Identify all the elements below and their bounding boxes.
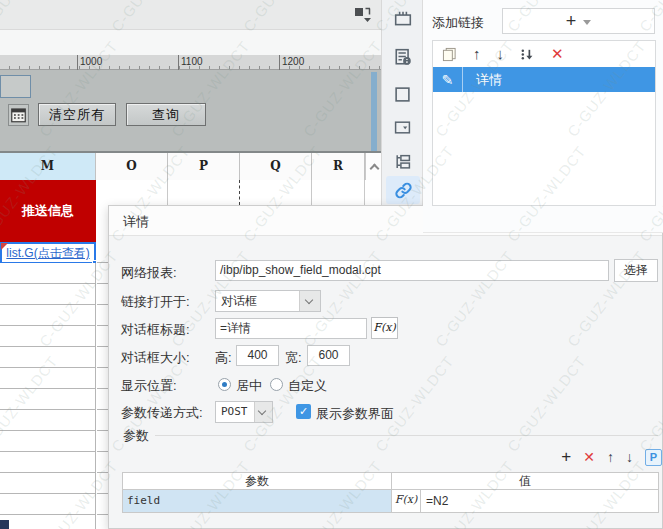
report-path-input[interactable]: /ibp/ibp_show_field_modal.cpt [215,260,609,281]
edit-pencil-icon[interactable]: ✎ [433,67,463,92]
column-header-p[interactable]: P [168,153,240,180]
add-link-button[interactable]: + [502,8,655,34]
canvas-scrollbar[interactable] [371,72,377,151]
toolbar-band-2 [0,30,381,55]
dialog-title-label: 对话框标题: [121,321,190,339]
combo-widget-icon[interactable] [394,119,412,137]
params-group-label: 参数 [123,427,149,445]
hierarchy-icon[interactable] [394,153,412,171]
form-design-area: 1000 1100 1200 清空所有 查询 [0,0,381,153]
dialog-title: 详情 [123,213,149,231]
delete-button[interactable]: ✕ [551,46,564,62]
report-designer-window: 1000 1100 1200 清空所有 查询 M O [0,0,663,529]
chevron-down-icon[interactable] [254,402,272,422]
group-divider [155,435,658,436]
param-name-cell[interactable]: field [123,490,392,512]
params-table-header: 参数 值 [123,473,658,490]
formula-button[interactable]: F(x) [371,317,398,339]
calendar-icon [11,107,26,123]
params-toolbar: + ✕ ↑ ↓ P [529,447,662,467]
caret-down-icon [583,20,591,25]
height-input[interactable]: 400 [236,345,279,366]
sheet-row[interactable] [96,180,382,205]
report-path-label: 网络报表: [121,264,177,282]
param-down-button[interactable]: ↓ [626,449,633,465]
width-label: 宽: [285,349,302,367]
form-text-widget[interactable] [0,75,31,98]
value-column-header: 值 [392,473,658,489]
radio-custom-label[interactable]: 自定义 [288,377,327,395]
hyperlink-pane-button[interactable] [386,176,420,204]
form-canvas: 清空所有 查询 [0,70,381,153]
column-header-q[interactable]: Q [240,153,312,180]
comment-marker-icon [1,243,8,250]
hyperlink-list: ↑ ↓ ✕ ✎ 详情 [432,40,656,206]
param-value-cell[interactable]: =N2 [421,490,658,512]
param-method-select[interactable]: POST [215,401,273,423]
float-element-icon[interactable] [354,7,372,23]
plus-icon: + [566,12,577,30]
dialog-title-input[interactable]: =详情 [215,318,367,339]
move-up-button[interactable]: ↑ [473,46,481,62]
param-up-button[interactable]: ↑ [607,449,614,465]
param-pane-button[interactable]: P [645,449,662,466]
sort-button[interactable] [520,47,535,62]
param-method-label: 参数传递方式: [121,404,203,422]
selected-link-cell[interactable]: list.G(点击查看) [0,242,96,264]
ruler-tick-label: 1100 [181,56,203,67]
report-block-icon[interactable] [394,48,412,66]
width-input[interactable]: 600 [307,345,350,366]
chevron-down-icon[interactable] [299,291,320,311]
scroll-up-button[interactable] [365,153,382,180]
add-param-button[interactable]: + [561,448,571,466]
ruler-tick-label: 1200 [282,56,304,67]
hyperlink-panel: 添加链接 + ↑ ↓ ✕ ✎ 详情 [423,0,663,233]
select-report-button[interactable]: 选择 [614,259,658,282]
position-label: 显示位置: [121,377,177,395]
chevron-up-icon [370,164,380,174]
date-picker-button[interactable] [8,104,29,126]
param-column-header: 参数 [123,473,392,489]
open-in-select[interactable]: 对话框 [215,290,321,312]
dark-cell-fragment [0,520,9,529]
clear-all-button[interactable]: 清空所有 [38,103,116,126]
hyperlink-details-dialog: 详情 网络报表: /ibp/ibp_show_field_modal.cpt 选… [108,205,663,529]
move-down-button[interactable]: ↓ [497,46,505,62]
param-formula-button[interactable]: F(x) [392,490,421,512]
cell-hyperlink-text[interactable]: list.G(点击查看) [6,246,89,260]
column-header-row: M O P Q R [0,153,382,180]
open-in-value: 对话框 [221,294,257,308]
show-params-label[interactable]: 展示参数界面 [316,405,394,423]
params-table: 参数 值 field F(x) =N2 [122,472,659,513]
param-row: field F(x) =N2 [123,490,658,512]
empty-rows-column[interactable] [0,263,96,529]
show-params-checkbox[interactable]: ✓ [296,404,311,419]
hyperlink-list-toolbar: ↑ ↓ ✕ [433,41,655,67]
copy-button[interactable] [442,47,457,62]
column-header-m[interactable]: M [0,153,96,180]
add-link-label: 添加链接 [432,14,484,32]
param-method-value: POST [221,405,248,418]
link-icon [394,181,413,200]
height-label: 高: [215,349,232,367]
push-info-cell[interactable]: 推送信息 [0,180,96,242]
empty-rows-sliver[interactable] [97,242,108,529]
column-header-o[interactable]: O [96,153,168,180]
column-header-r[interactable]: R [312,153,365,180]
ruler-tick-label: 1000 [80,56,102,67]
block-widget-icon[interactable] [394,86,412,104]
hyperlink-list-item[interactable]: ✎ 详情 [433,67,655,92]
delete-param-button[interactable]: ✕ [583,449,595,465]
toolbar-band [0,0,381,30]
horizontal-ruler: 1000 1100 1200 [0,55,381,70]
widget-toolbar [381,0,423,234]
radio-custom[interactable] [270,378,283,391]
parameter-pane-icon[interactable] [394,10,412,28]
hyperlink-item-label: 详情 [463,71,502,89]
radio-center-label[interactable]: 居中 [236,377,262,395]
dialog-size-label: 对话框大小: [121,349,190,367]
radio-center[interactable] [218,378,231,391]
query-button[interactable]: 查询 [126,103,206,126]
open-in-label: 链接打开于: [121,293,190,311]
